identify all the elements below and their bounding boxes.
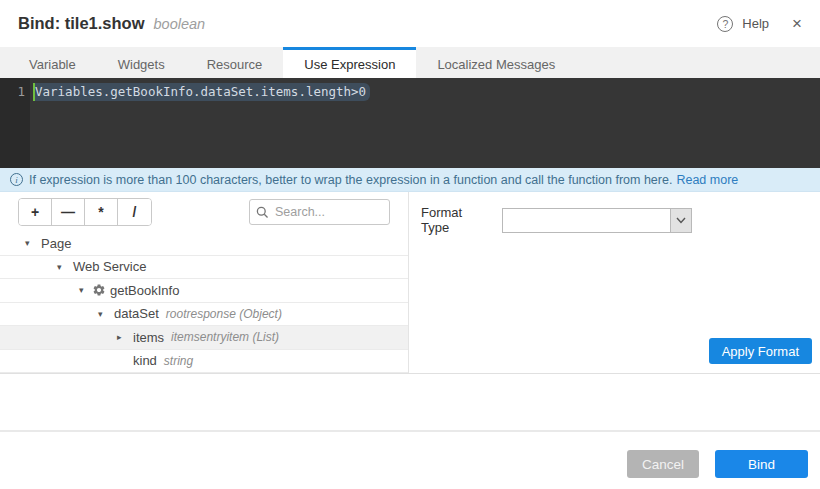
chevron-down-icon[interactable]: ▾: [25, 238, 38, 248]
tree-row-getbookinfo[interactable]: ▾ getBookInfo: [0, 279, 408, 303]
divide-operator-button[interactable]: /: [118, 199, 151, 225]
tab-localized-messages[interactable]: Localized Messages: [416, 47, 576, 78]
tree-node-type: itemsentryitem (List): [171, 330, 279, 344]
tab-resource[interactable]: Resource: [186, 47, 284, 78]
tree-row-kind[interactable]: kind string: [0, 350, 408, 374]
format-panel: Format Type Apply Format: [409, 192, 820, 373]
info-message: If expression is more than 100 character…: [29, 173, 672, 187]
select-chevron-box[interactable]: [670, 209, 691, 232]
tree-row-dataset[interactable]: ▾ dataSet rootresponse (Object): [0, 303, 408, 327]
dialog-header: Bind: tile1.show boolean ? Help ×: [0, 0, 820, 47]
chevron-down-icon[interactable]: ▾: [57, 262, 70, 272]
bound-type-label: boolean: [154, 16, 206, 32]
info-bar: i If expression is more than 100 charact…: [0, 168, 820, 192]
tab-widgets[interactable]: Widgets: [97, 47, 186, 78]
format-type-select[interactable]: [502, 208, 692, 233]
format-type-row: Format Type: [409, 192, 820, 235]
tree-row-page[interactable]: ▾ Page: [0, 232, 408, 256]
chevron-down-icon: [676, 217, 686, 224]
tree-node-label: dataSet: [114, 306, 159, 321]
format-type-label: Format Type: [421, 205, 491, 235]
tree-node-label: Web Service: [73, 259, 146, 274]
tab-bar: Variable Widgets Resource Use Expression…: [0, 47, 820, 78]
expression-editor[interactable]: 1 Variables.getBookInfo.dataSet.items.le…: [0, 78, 820, 168]
bind-dialog: Bind: tile1.show boolean ? Help × Variab…: [0, 0, 820, 489]
tree-node-type: rootresponse (Object): [166, 307, 282, 321]
format-type-selected-value: [503, 209, 670, 232]
search-input[interactable]: [275, 205, 383, 219]
empty-area: [0, 374, 820, 430]
content-area: + — * / ▾ Page: [0, 192, 820, 374]
chevron-down-icon[interactable]: ▾: [79, 285, 92, 295]
variable-tree-panel: + — * / ▾ Page: [0, 192, 409, 373]
expression-text: Variables.getBookInfo.dataSet.items.leng…: [35, 83, 370, 101]
editor-gutter: 1: [0, 78, 30, 168]
cancel-button[interactable]: Cancel: [627, 450, 699, 478]
tree-node-label: kind: [133, 353, 157, 368]
apply-format-button[interactable]: Apply Format: [709, 338, 812, 364]
tree-node-type: string: [164, 354, 193, 368]
dialog-footer: Cancel Bind: [0, 430, 820, 489]
read-more-link[interactable]: Read more: [676, 173, 738, 187]
editor-code-area[interactable]: Variables.getBookInfo.dataSet.items.leng…: [30, 78, 820, 168]
tab-variable[interactable]: Variable: [8, 47, 97, 78]
tree-node-label: Page: [41, 236, 71, 251]
header-actions: ? Help ×: [717, 15, 802, 32]
close-icon[interactable]: ×: [792, 15, 802, 32]
tree-search-box[interactable]: [249, 199, 390, 225]
service-gear-icon: [92, 283, 106, 297]
operator-button-group: + — * /: [18, 198, 152, 226]
dialog-title: Bind: tile1.show: [18, 14, 145, 33]
search-icon: [256, 206, 269, 219]
chevron-right-icon[interactable]: ▸: [117, 332, 130, 342]
info-icon: i: [10, 173, 23, 186]
variable-tree: ▾ Page ▾ Web Service ▾ getBookInfo ▾ dat…: [0, 232, 408, 373]
chevron-down-icon[interactable]: ▾: [98, 309, 111, 319]
line-number: 1: [0, 83, 25, 101]
tree-node-label: items: [133, 330, 164, 345]
minus-operator-button[interactable]: —: [52, 199, 85, 225]
help-icon[interactable]: ?: [717, 16, 733, 32]
code-line: Variables.getBookInfo.dataSet.items.leng…: [33, 83, 820, 101]
plus-operator-button[interactable]: +: [19, 199, 52, 225]
tree-row-web-service[interactable]: ▾ Web Service: [0, 256, 408, 280]
tree-row-items[interactable]: ▸ items itemsentryitem (List): [0, 326, 408, 350]
tab-use-expression[interactable]: Use Expression: [283, 47, 416, 78]
multiply-operator-button[interactable]: *: [85, 199, 118, 225]
help-link[interactable]: Help: [742, 16, 769, 31]
bind-button[interactable]: Bind: [715, 450, 808, 478]
expression-toolbar: + — * /: [0, 192, 408, 232]
tree-node-label: getBookInfo: [110, 283, 179, 298]
